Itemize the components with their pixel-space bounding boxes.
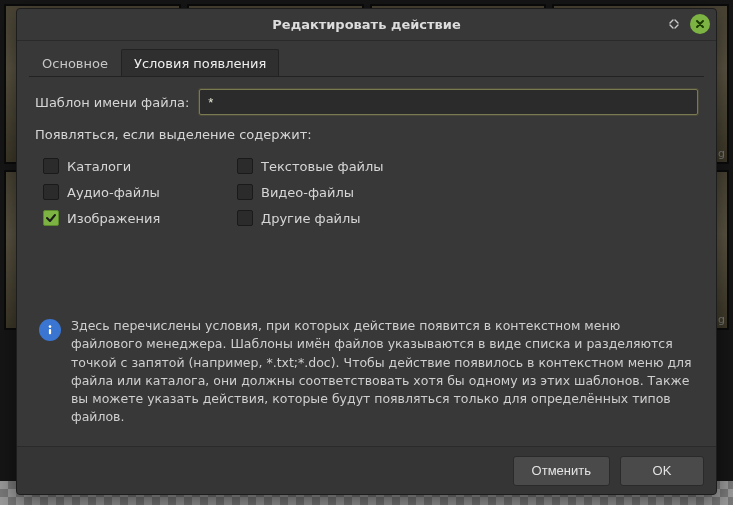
check-label: Другие файлы	[261, 211, 361, 226]
filetype-checkbox-grid: Каталоги Текстовые файлы Аудио-файлы	[43, 158, 698, 226]
dialog-footer: Отменить OK	[17, 446, 716, 494]
close-button[interactable]	[690, 14, 710, 34]
check-images[interactable]: Изображения	[43, 210, 213, 226]
cancel-button[interactable]: Отменить	[513, 456, 610, 486]
check-label: Изображения	[67, 211, 160, 226]
tab-conditions[interactable]: Условия появления	[121, 49, 279, 77]
tab-bar: Основное Условия появления	[29, 49, 704, 77]
check-directories[interactable]: Каталоги	[43, 158, 213, 174]
appears-if-label: Появляться, если выделение содержит:	[35, 127, 698, 142]
check-label: Текстовые файлы	[261, 159, 384, 174]
check-label: Каталоги	[67, 159, 131, 174]
info-icon	[39, 319, 61, 341]
pattern-input[interactable]	[199, 89, 698, 115]
edit-action-dialog: Редактировать действие Основное Условия …	[16, 8, 717, 495]
check-video-files[interactable]: Видео-файлы	[237, 184, 437, 200]
check-label: Аудио-файлы	[67, 185, 160, 200]
check-text-files[interactable]: Текстовые файлы	[237, 158, 437, 174]
pattern-label: Шаблон имени файла:	[35, 95, 189, 110]
maximize-button[interactable]	[664, 14, 684, 34]
svg-rect-1	[49, 329, 51, 334]
ok-button[interactable]: OK	[620, 456, 704, 486]
info-text: Здесь перечислены условия, при которых д…	[71, 317, 694, 426]
check-label: Видео-файлы	[261, 185, 354, 200]
check-audio-files[interactable]: Аудио-файлы	[43, 184, 213, 200]
tab-basic[interactable]: Основное	[29, 49, 121, 77]
dialog-title: Редактировать действие	[272, 17, 460, 32]
svg-point-0	[49, 326, 52, 329]
dialog-titlebar: Редактировать действие	[17, 9, 716, 41]
check-other-files[interactable]: Другие файлы	[237, 210, 437, 226]
info-panel: Здесь перечислены условия, при которых д…	[35, 311, 698, 440]
